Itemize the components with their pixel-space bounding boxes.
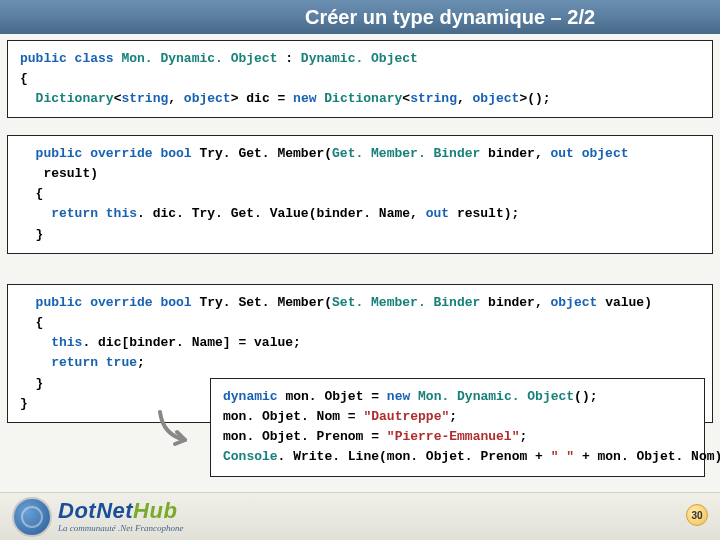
code-line: { — [20, 69, 700, 89]
arrow-icon — [155, 410, 205, 450]
code-line: public class Mon. Dynamic. Object : Dyna… — [20, 49, 700, 69]
footer: DotNetHub La communauté .Net Francophone… — [0, 492, 720, 540]
code-box-4: dynamic mon. Objet = new Mon. Dynamic. O… — [210, 378, 705, 477]
code-line: return true; — [20, 353, 700, 373]
code-line: public override bool Try. Get. Member(Ge… — [20, 144, 700, 164]
code-line: { — [20, 184, 700, 204]
logo-badge-icon — [12, 497, 52, 537]
code-line: public override bool Try. Set. Member(Se… — [20, 293, 700, 313]
logo-sub: La communauté .Net Francophone — [58, 524, 183, 533]
code-box-1: public class Mon. Dynamic. Object : Dyna… — [7, 40, 713, 118]
logo-main: DotNetHub — [58, 500, 183, 522]
code-line: result) — [20, 164, 700, 184]
code-line: } — [20, 225, 700, 245]
code-line: Dictionary<string, object> dic = new Dic… — [20, 89, 700, 109]
code-line: this. dic[binder. Name] = value; — [20, 333, 700, 353]
code-line: return this. dic. Try. Get. Value(binder… — [20, 204, 700, 224]
code-line: mon. Objet. Nom = "Dautreppe"; — [223, 407, 692, 427]
page-title: Créer un type dynamique – 2/2 — [305, 6, 595, 29]
code-line: Console. Write. Line(mon. Objet. Prenom … — [223, 447, 692, 467]
logo-text: DotNetHub La communauté .Net Francophone — [58, 500, 183, 533]
code-line: dynamic mon. Objet = new Mon. Dynamic. O… — [223, 387, 692, 407]
code-line: { — [20, 313, 700, 333]
code-line: mon. Objet. Prenom = "Pierre-Emmanuel"; — [223, 427, 692, 447]
code-box-2: public override bool Try. Get. Member(Ge… — [7, 135, 713, 254]
title-bar: Créer un type dynamique – 2/2 — [0, 0, 720, 34]
slide-number: 30 — [686, 504, 708, 526]
logo-block: DotNetHub La communauté .Net Francophone — [0, 497, 183, 537]
